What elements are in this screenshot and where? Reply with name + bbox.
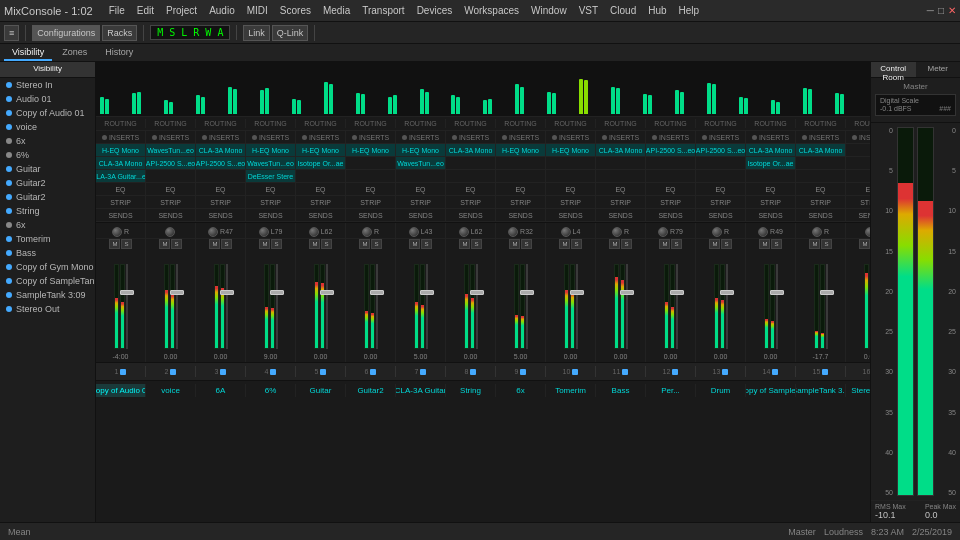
- fader-rail-6[interactable]: [426, 264, 428, 349]
- sidebar-item-audio01[interactable]: Audio 01: [0, 92, 95, 106]
- plugin1-cell-6[interactable]: H-EQ Mono: [396, 144, 446, 156]
- right-tab-control-room[interactable]: Control Room: [871, 62, 916, 77]
- solo-button-12[interactable]: S: [721, 239, 731, 249]
- inserts-cell-1[interactable]: INSERTS: [146, 131, 196, 143]
- plugin3-cell-15[interactable]: [846, 170, 870, 182]
- solo-button-7[interactable]: S: [471, 239, 481, 249]
- plugin3-cell-10[interactable]: [596, 170, 646, 182]
- mute-button-9[interactable]: M: [559, 239, 570, 249]
- pan-knob-14[interactable]: [812, 227, 822, 237]
- inserts-cell-5[interactable]: INSERTS: [346, 131, 396, 143]
- mute-button-4[interactable]: M: [309, 239, 320, 249]
- menu-midi[interactable]: MIDI: [243, 3, 272, 18]
- plugin1-cell-12[interactable]: API-2500 S...eo: [696, 144, 746, 156]
- sidebar-item-6x2[interactable]: 6x: [0, 218, 95, 232]
- track-name-cell-5[interactable]: Guitar2: [346, 384, 396, 397]
- mute-button-12[interactable]: M: [709, 239, 720, 249]
- sidebar-item-voice[interactable]: voice: [0, 120, 95, 134]
- inserts-cell-8[interactable]: INSERTS: [496, 131, 546, 143]
- routing-cell-6[interactable]: ROUTING: [396, 119, 446, 128]
- inserts-cell-4[interactable]: INSERTS: [296, 131, 346, 143]
- sidebar-item-6pct[interactable]: 6%: [0, 148, 95, 162]
- minimize-icon[interactable]: ─: [927, 5, 934, 16]
- fader-rail-14[interactable]: [826, 264, 828, 349]
- pan-knob-12[interactable]: [712, 227, 722, 237]
- eq-cell-13[interactable]: EQ: [746, 183, 796, 195]
- routing-cell-15[interactable]: ROUTING: [846, 119, 870, 128]
- pan-knob-7[interactable]: [459, 227, 469, 237]
- track-name-cell-1[interactable]: voice: [146, 384, 196, 397]
- mute-button-10[interactable]: M: [609, 239, 620, 249]
- fader-thumb-8[interactable]: [520, 290, 534, 295]
- plugin3-cell-3[interactable]: DeEsser Stere: [246, 170, 296, 182]
- routing-cell-9[interactable]: ROUTING: [546, 119, 596, 128]
- pan-knob-10[interactable]: [612, 227, 622, 237]
- racks-button[interactable]: Racks: [102, 25, 137, 41]
- solo-button-3[interactable]: S: [271, 239, 281, 249]
- mute-button-1[interactable]: M: [159, 239, 170, 249]
- plugin2-cell-13[interactable]: Isotope Or...ae: [746, 157, 796, 169]
- sends-cell-5[interactable]: SENDS: [346, 209, 396, 221]
- routing-cell-0[interactable]: ROUTING: [96, 119, 146, 128]
- mute-button-11[interactable]: M: [659, 239, 670, 249]
- fader-thumb-0[interactable]: [120, 290, 134, 295]
- pan-knob-4[interactable]: [309, 227, 319, 237]
- fader-thumb-1[interactable]: [170, 290, 184, 295]
- tab-history[interactable]: History: [97, 45, 141, 61]
- track-name-cell-8[interactable]: 6x: [496, 384, 546, 397]
- track-name-cell-15[interactable]: Stereo Out: [846, 384, 870, 397]
- plugin1-cell-0[interactable]: H-EQ Mono: [96, 144, 146, 156]
- menu-hub[interactable]: Hub: [644, 3, 670, 18]
- plugin2-cell-15[interactable]: [846, 157, 870, 169]
- menu-media[interactable]: Media: [319, 3, 354, 18]
- eq-cell-5[interactable]: EQ: [346, 183, 396, 195]
- inserts-cell-12[interactable]: INSERTS: [696, 131, 746, 143]
- strip-cell-15[interactable]: STRIP: [846, 196, 870, 208]
- fader-thumb-15[interactable]: [870, 290, 871, 295]
- plugin1-cell-5[interactable]: H-EQ Mono: [346, 144, 396, 156]
- inserts-cell-9[interactable]: INSERTS: [546, 131, 596, 143]
- sends-cell-14[interactable]: SENDS: [796, 209, 846, 221]
- fader-rail-0[interactable]: [126, 264, 128, 349]
- routing-cell-12[interactable]: ROUTING: [696, 119, 746, 128]
- fader-thumb-2[interactable]: [220, 290, 234, 295]
- eq-cell-11[interactable]: EQ: [646, 183, 696, 195]
- plugin1-cell-3[interactable]: H-EQ Mono: [246, 144, 296, 156]
- sidebar-item-tomerim[interactable]: Tomerim: [0, 232, 95, 246]
- track-name-cell-2[interactable]: 6A: [196, 384, 246, 397]
- plugin2-cell-7[interactable]: [446, 157, 496, 169]
- plugin3-cell-1[interactable]: [146, 170, 196, 182]
- strip-cell-3[interactable]: STRIP: [246, 196, 296, 208]
- solo-button-14[interactable]: S: [821, 239, 831, 249]
- plugin3-cell-13[interactable]: [746, 170, 796, 182]
- sends-cell-4[interactable]: SENDS: [296, 209, 346, 221]
- routing-cell-4[interactable]: ROUTING: [296, 119, 346, 128]
- menu-scores[interactable]: Scores: [276, 3, 315, 18]
- strip-cell-7[interactable]: STRIP: [446, 196, 496, 208]
- sidebar-item-sampletank[interactable]: SampleTank 3:09: [0, 288, 95, 302]
- routing-cell-14[interactable]: ROUTING: [796, 119, 846, 128]
- plugin1-cell-8[interactable]: H-EQ Mono: [496, 144, 546, 156]
- eq-cell-10[interactable]: EQ: [596, 183, 646, 195]
- eq-cell-3[interactable]: EQ: [246, 183, 296, 195]
- eq-cell-2[interactable]: EQ: [196, 183, 246, 195]
- inserts-cell-10[interactable]: INSERTS: [596, 131, 646, 143]
- solo-button-10[interactable]: S: [621, 239, 631, 249]
- inserts-cell-14[interactable]: INSERTS: [796, 131, 846, 143]
- configurations-button[interactable]: Configurations: [32, 25, 100, 41]
- routing-cell-13[interactable]: ROUTING: [746, 119, 796, 128]
- plugin2-cell-9[interactable]: [546, 157, 596, 169]
- sidebar-item-guitar2a[interactable]: Guitar2: [0, 176, 95, 190]
- strip-cell-0[interactable]: STRIP: [96, 196, 146, 208]
- strip-cell-5[interactable]: STRIP: [346, 196, 396, 208]
- plugin2-cell-4[interactable]: Isotope Or...ae: [296, 157, 346, 169]
- fader-rail-11[interactable]: [676, 264, 678, 349]
- plugin1-cell-13[interactable]: CLA-3A Mono: [746, 144, 796, 156]
- strip-cell-1[interactable]: STRIP: [146, 196, 196, 208]
- mute-button-13[interactable]: M: [759, 239, 770, 249]
- fader-thumb-7[interactable]: [470, 290, 484, 295]
- visibility-toggle[interactable]: ≡: [4, 25, 19, 41]
- strip-cell-4[interactable]: STRIP: [296, 196, 346, 208]
- fader-thumb-12[interactable]: [720, 290, 734, 295]
- sidebar-item-string[interactable]: String: [0, 204, 95, 218]
